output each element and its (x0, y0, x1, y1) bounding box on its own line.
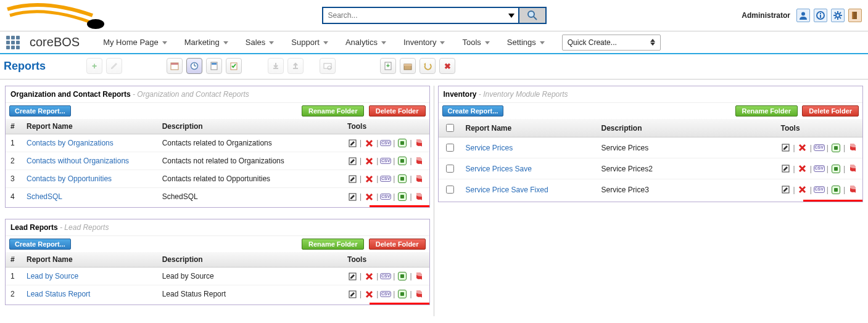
rename-folder-button[interactable]: Rename Folder (302, 239, 364, 250)
edit-report-icon[interactable] (347, 192, 357, 201)
delete-report-icon[interactable] (364, 272, 374, 280)
logout-icon[interactable] (848, 9, 862, 22)
report-link[interactable]: Service Prices Save (466, 165, 532, 173)
report-table: # Report Name Description Tools 1 Lead b… (6, 252, 429, 303)
export-pdf-icon[interactable] (848, 186, 858, 194)
chevron-down-icon (485, 41, 490, 44)
delete-report-icon[interactable] (798, 186, 808, 194)
search-input[interactable] (327, 10, 508, 20)
edit-button[interactable] (106, 58, 122, 74)
delete-folder-button[interactable]: Delete Folder (369, 105, 426, 117)
export-csv-icon[interactable]: CSV (381, 290, 391, 298)
select-all-checkbox[interactable] (446, 124, 454, 132)
nav-item-tools[interactable]: Tools (453, 31, 498, 53)
gear-icon[interactable] (831, 9, 845, 22)
delete-report-icon[interactable] (364, 157, 374, 165)
export-pdf-icon[interactable] (848, 165, 858, 173)
nav-item-analytics[interactable]: Analytics (337, 31, 395, 53)
export-csv-icon[interactable]: CSV (381, 192, 391, 201)
report-link[interactable]: Contacts by Opportunities (27, 174, 112, 183)
export-xls-icon[interactable] (397, 192, 407, 201)
clipboard-icon[interactable] (226, 58, 242, 74)
new-doc-icon[interactable]: + (380, 58, 396, 74)
edit-report-icon[interactable] (347, 139, 357, 147)
export-csv-icon[interactable]: CSV (381, 272, 391, 280)
nav-item-marketing[interactable]: Marketing (176, 31, 237, 53)
edit-report-icon[interactable] (781, 186, 791, 194)
export-xls-icon[interactable] (397, 174, 407, 183)
create-report-button[interactable]: Create Report... (9, 105, 71, 117)
export-pdf-icon[interactable] (415, 192, 424, 201)
row-checkbox[interactable] (446, 186, 454, 194)
export-csv-icon[interactable]: CSV (814, 144, 824, 152)
export-xls-icon[interactable] (831, 186, 841, 194)
search-box[interactable] (322, 7, 519, 24)
nav-item-settings[interactable]: Settings (498, 31, 553, 53)
delete-report-icon[interactable] (364, 139, 374, 147)
export-pdf-icon[interactable] (415, 272, 424, 280)
edit-report-icon[interactable] (781, 144, 791, 152)
report-link[interactable]: Lead by Source (27, 272, 78, 280)
undo-icon[interactable] (420, 58, 436, 74)
export-csv-icon[interactable]: CSV (814, 186, 824, 194)
export-pdf-icon[interactable] (415, 157, 424, 165)
rename-folder-button[interactable]: Rename Folder (735, 105, 798, 117)
export-xls-icon[interactable] (831, 144, 841, 152)
calendar-icon[interactable] (167, 58, 183, 74)
report-link[interactable]: Contacts by Organizations (27, 139, 114, 147)
delete-folder-button[interactable]: Delete Folder (802, 105, 859, 117)
calculator-icon[interactable] (206, 58, 222, 74)
nav-item-support[interactable]: Support (283, 31, 337, 53)
add-button[interactable]: + (86, 58, 102, 74)
report-link[interactable]: Service Price Save Fixed (466, 186, 548, 194)
search-dropdown-icon[interactable] (508, 14, 515, 18)
import-icon[interactable] (268, 58, 284, 74)
export-icon[interactable] (287, 58, 304, 74)
search-button[interactable] (519, 7, 547, 24)
delete-report-icon[interactable] (798, 165, 808, 173)
quick-create-select[interactable]: Quick Create... (562, 35, 661, 51)
delete-report-icon[interactable] (798, 144, 808, 152)
create-report-button[interactable]: Create Report... (442, 105, 504, 117)
box-icon[interactable] (400, 58, 416, 74)
rename-folder-button[interactable]: Rename Folder (302, 105, 364, 117)
export-pdf-icon[interactable] (415, 139, 424, 147)
create-report-button[interactable]: Create Report... (9, 239, 71, 250)
report-link[interactable]: Contacts without Organizations (27, 157, 129, 165)
row-checkbox[interactable] (446, 165, 454, 173)
nav-item-inventory[interactable]: Inventory (395, 31, 453, 53)
export-xls-icon[interactable] (397, 139, 407, 147)
delete-icon[interactable]: ✖ (439, 58, 455, 74)
report-link[interactable]: Lead Status Report (27, 290, 90, 298)
report-link[interactable]: SchedSQL (27, 192, 62, 201)
row-checkbox[interactable] (446, 144, 454, 152)
delete-report-icon[interactable] (364, 174, 374, 183)
report-link[interactable]: Service Prices (466, 144, 513, 152)
clock-icon[interactable] (186, 58, 202, 74)
delete-folder-button[interactable]: Delete Folder (369, 239, 426, 250)
export-xls-icon[interactable] (397, 290, 407, 298)
edit-report-icon[interactable] (781, 165, 791, 173)
nav-item-sales[interactable]: Sales (237, 31, 283, 53)
export-xls-icon[interactable] (831, 165, 841, 173)
apps-grid-icon[interactable] (5, 35, 21, 51)
nav-item-my-home-page[interactable]: My Home Page (94, 31, 176, 53)
edit-report-icon[interactable] (347, 174, 357, 183)
delete-report-icon[interactable] (364, 290, 374, 298)
export-csv-icon[interactable]: CSV (814, 165, 824, 173)
preview-icon[interactable] (320, 58, 336, 74)
edit-report-icon[interactable] (347, 290, 357, 298)
export-csv-icon[interactable]: CSV (381, 139, 391, 147)
edit-report-icon[interactable] (347, 157, 357, 165)
delete-report-icon[interactable] (364, 192, 374, 201)
export-csv-icon[interactable]: CSV (381, 157, 391, 165)
info-icon[interactable] (814, 9, 827, 22)
export-pdf-icon[interactable] (848, 144, 858, 152)
export-xls-icon[interactable] (397, 157, 407, 165)
edit-report-icon[interactable] (347, 272, 357, 280)
export-xls-icon[interactable] (397, 272, 407, 280)
export-pdf-icon[interactable] (415, 174, 424, 183)
export-csv-icon[interactable]: CSV (381, 174, 391, 183)
user-icon[interactable] (796, 9, 810, 22)
export-pdf-icon[interactable] (415, 290, 424, 298)
